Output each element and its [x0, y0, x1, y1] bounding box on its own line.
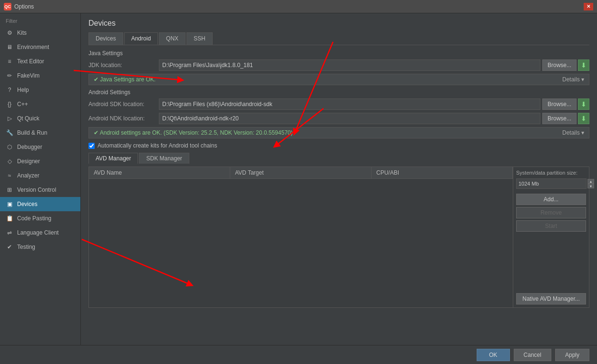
android-sdk-location-input[interactable]	[159, 98, 540, 110]
start-button[interactable]: Start	[516, 220, 586, 232]
cancel-button[interactable]: Cancel	[514, 349, 551, 361]
remove-button[interactable]: Remove	[516, 207, 586, 218]
tab-qnx[interactable]: QNX	[159, 32, 186, 45]
avd-table-sidebar: System/data partition size: ▲ ▼ Add... R…	[513, 167, 589, 307]
sidebar-item-devices[interactable]: ▣ Devices	[0, 197, 80, 211]
sidebar-item-cpp-label: C++	[17, 101, 28, 108]
bottom-bar: OK Cancel Apply	[0, 345, 597, 364]
build-run-icon: 🔧	[6, 129, 13, 137]
jdk-location-row: JDK location: Browse... ⬇	[88, 59, 589, 71]
sidebar-item-language-client[interactable]: ⇌ Language Client	[0, 226, 80, 240]
android-ndk-location-label: Android NDK location:	[88, 115, 155, 122]
android-ndk-location-row: Android NDK location: Browse... ⬇	[88, 113, 589, 124]
sidebar-item-help[interactable]: ? Help	[0, 83, 80, 97]
java-settings-label: Java Settings	[88, 50, 589, 57]
environment-icon: 🖥	[6, 43, 13, 51]
sidebar-item-testing[interactable]: ✔ Testing	[0, 240, 80, 254]
spinner-up[interactable]: ▲	[587, 179, 594, 184]
sidebar-item-cpp[interactable]: {} C++	[0, 97, 80, 111]
filter-label: Filter	[0, 15, 80, 26]
kits-icon: ⚙	[6, 29, 13, 37]
sidebar-item-testing-label: Testing	[17, 244, 35, 250]
spinner-down[interactable]: ▼	[587, 184, 594, 188]
jdk-location-label: JDK location:	[88, 62, 155, 69]
text-editor-icon: ≡	[6, 58, 13, 65]
sidebar-item-designer[interactable]: ◇ Designer	[0, 154, 80, 168]
sub-tab-avd-manager[interactable]: AVD Manager	[88, 153, 138, 164]
avd-table-body	[89, 179, 513, 307]
sidebar-item-language-client-label: Language Client	[17, 229, 59, 236]
android-sdk-download-button[interactable]: ⬇	[578, 98, 589, 110]
sidebar-item-qt-quick[interactable]: ▷ Qt Quick	[0, 111, 80, 126]
close-button[interactable]: ✕	[584, 3, 593, 10]
sidebar-item-analyzer-label: Analyzer	[17, 172, 39, 179]
sidebar-item-build-run-label: Build & Run	[17, 129, 47, 136]
col-avd-name: AVD Name	[89, 167, 230, 178]
main-tab-bar: Devices Android QNX SSH	[88, 32, 589, 45]
page-title: Devices	[88, 19, 589, 28]
titlebar: QC Options ✕	[0, 0, 597, 13]
version-control-icon: ⊞	[6, 186, 13, 194]
testing-icon: ✔	[6, 243, 13, 251]
sidebar-item-help-label: Help	[17, 87, 29, 93]
jdk-browse-button[interactable]: Browse...	[542, 59, 577, 71]
native-avd-manager-button[interactable]: Native AVD Manager...	[516, 293, 586, 305]
partition-spinner: ▲ ▼	[587, 179, 594, 188]
sidebar-item-build-run[interactable]: 🔧 Build & Run	[0, 126, 80, 140]
sidebar-item-fakevim[interactable]: ✏ FakeVim	[0, 69, 80, 83]
avd-tab-bar: AVD Manager SDK Manager	[88, 153, 589, 164]
sidebar-item-text-editor[interactable]: ≡ Text Editor	[0, 54, 80, 69]
android-status-text: ✔ Android settings are OK. (SDK Version:…	[94, 129, 293, 136]
devices-icon: ▣	[6, 200, 13, 208]
app-icon: QC	[4, 3, 11, 10]
tab-devices[interactable]: Devices	[88, 32, 123, 45]
avd-section: AVD Manager SDK Manager AVD Name AVD Tar…	[88, 153, 589, 308]
debugger-icon: ⬡	[6, 143, 13, 151]
add-button[interactable]: Add...	[516, 194, 586, 205]
android-sdk-browse-button[interactable]: Browse...	[542, 98, 577, 110]
sidebar-item-kits[interactable]: ⚙ Kits	[0, 26, 80, 40]
partition-input-row: ▲ ▼	[516, 178, 586, 189]
jdk-location-input[interactable]	[159, 59, 540, 71]
android-ndk-browse-button[interactable]: Browse...	[542, 113, 577, 124]
sub-tab-sdk-manager[interactable]: SDK Manager	[139, 153, 189, 164]
sidebar-item-devices-label: Devices	[17, 201, 38, 207]
sidebar-item-version-control[interactable]: ⊞ Version Control	[0, 183, 80, 197]
sidebar-item-debugger[interactable]: ⬡ Debugger	[0, 140, 80, 154]
android-ndk-download-button[interactable]: ⬇	[578, 113, 589, 124]
cpp-icon: {}	[6, 100, 13, 108]
fakevim-icon: ✏	[6, 72, 13, 79]
java-status-row: ✔ Java Settings are OK. Details ▾	[88, 74, 589, 85]
language-client-icon: ⇌	[6, 229, 13, 236]
col-avd-target: AVD Target	[230, 167, 372, 178]
android-settings-label: Android Settings	[88, 89, 589, 96]
android-status-row: ✔ Android settings are OK. (SDK Version:…	[88, 127, 589, 138]
ok-button[interactable]: OK	[477, 349, 510, 361]
sidebar-item-environment-label: Environment	[17, 44, 49, 50]
android-sdk-location-row: Android SDK location: Browse... ⬇	[88, 98, 589, 110]
android-ndk-location-input[interactable]	[159, 113, 540, 124]
sidebar-item-environment[interactable]: 🖥 Environment	[0, 40, 80, 54]
sidebar: Filter ⚙ Kits 🖥 Environment ≡ Text Edito…	[0, 13, 81, 345]
partition-size-input[interactable]	[516, 178, 587, 189]
apply-button[interactable]: Apply	[555, 349, 589, 361]
avd-table-container: AVD Name AVD Target CPU/ABI System/data …	[88, 167, 589, 308]
java-details-link[interactable]: Details ▾	[562, 76, 584, 83]
tab-android[interactable]: Android	[124, 32, 158, 45]
sidebar-item-analyzer[interactable]: ≈ Analyzer	[0, 168, 80, 183]
auto-create-kits-checkbox[interactable]	[88, 143, 95, 149]
main-layout: Filter ⚙ Kits 🖥 Environment ≡ Text Edito…	[0, 13, 597, 345]
analyzer-icon: ≈	[6, 172, 13, 179]
content-area: Devices Devices Android QNX SSH Java Set…	[81, 13, 597, 345]
window-title: Options	[14, 3, 584, 10]
sidebar-item-designer-label: Designer	[17, 158, 40, 165]
jdk-download-button[interactable]: ⬇	[578, 59, 589, 71]
android-details-link[interactable]: Details ▾	[562, 129, 584, 136]
avd-table-header: AVD Name AVD Target CPU/ABI	[89, 167, 513, 179]
java-status-text: ✔ Java Settings are OK.	[94, 76, 156, 83]
sidebar-item-qt-quick-label: Qt Quick	[17, 115, 39, 122]
sidebar-item-fakevim-label: FakeVim	[17, 72, 39, 79]
avd-table-main: AVD Name AVD Target CPU/ABI	[89, 167, 513, 307]
tab-ssh[interactable]: SSH	[186, 32, 213, 45]
sidebar-item-code-pasting[interactable]: 📋 Code Pasting	[0, 211, 80, 226]
